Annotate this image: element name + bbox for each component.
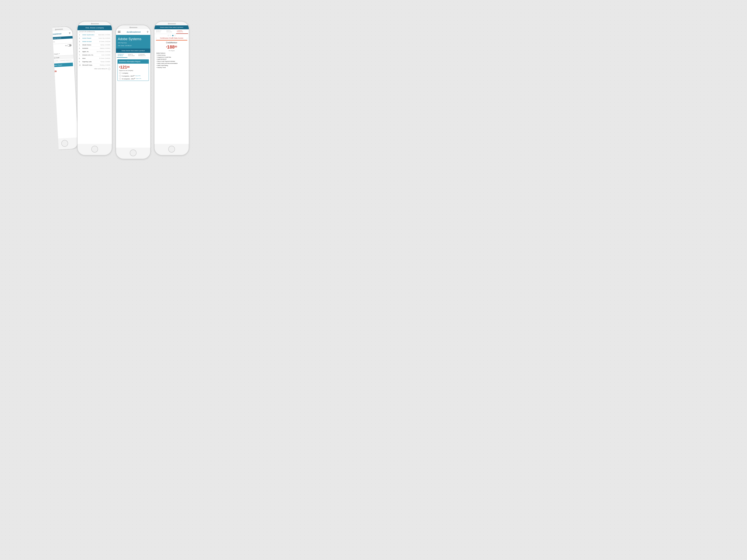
- result-location: Oakland, CA 94612: [100, 48, 110, 49]
- result-item[interactable]: 2. Adobe Reader Culver City, CA 90231: [77, 36, 112, 40]
- result-name: Microsoft Corps.: [82, 64, 99, 66]
- phone-4-tabs: PRODUCT DETAILS WHAT'S INCLUDED COMPARE …: [154, 29, 189, 34]
- search-icon-p3[interactable]: ⚲: [147, 31, 149, 33]
- compare-orange-bar: [156, 40, 187, 41]
- result-name: Adobe Systematics: [82, 34, 98, 36]
- result-item[interactable]: 9. Kapersky Labs Norwal, CA 90651: [77, 60, 112, 63]
- bullet: •: [156, 64, 157, 66]
- feature-text: Industry Trend: [157, 66, 166, 68]
- search-icon[interactable]: ⚲: [69, 32, 71, 34]
- option-5[interactable]: 5 companies – $22499 Save 27%: [119, 75, 147, 77]
- option-1[interactable]: 1 company: [119, 72, 147, 74]
- phone-2-home-button[interactable]: [91, 146, 98, 153]
- p1-product-card: s Information Report $ 21 99: [47, 62, 75, 74]
- result-location: Norwal, CA 90651: [101, 61, 110, 62]
- state-badge[interactable]: CA: [48, 49, 52, 52]
- phone-3: dun&bradstreet ⚲ Adobe Systems 345 Park …: [115, 25, 151, 159]
- result-item[interactable]: 8. Asus El Centro, CA 90231: [77, 57, 112, 60]
- bullet: •: [156, 58, 157, 60]
- tab-compare-products-p3[interactable]: COMPARE PRODUCTS: [138, 53, 149, 58]
- feature-text: Snapshot of Credit Risk: [157, 56, 171, 58]
- view-less-button[interactable]: VIEW LESS RESULTS +: [77, 67, 112, 71]
- result-location: San Francisco, CA 94105: [97, 51, 110, 52]
- phone-1-home-button[interactable]: [61, 140, 68, 147]
- result-location: Salinas, CA 93901: [101, 44, 110, 46]
- feature-item: • D&B Credit Limit Recommendation: [156, 62, 187, 64]
- result-number: 5.: [79, 47, 82, 49]
- p1-tab-compare[interactable]: COMPARE PRODUCTS: [59, 59, 72, 62]
- phone-3-top-bar: [116, 25, 150, 29]
- tab-product-details-p3[interactable]: PRODUCT DETAILS: [117, 53, 127, 58]
- phone-3-header: dun&bradstreet ⚲: [116, 29, 150, 35]
- phone-2-top-bar: [77, 22, 112, 25]
- result-item[interactable]: 4. Abode Homes Salinas, CA 93901: [77, 43, 112, 47]
- phone-3-logo: dun&bradstreet: [127, 31, 140, 33]
- result-number: 2.: [79, 37, 82, 39]
- toggle-switch[interactable]: [68, 44, 72, 47]
- p1-tabs: WHAT'S INCLUDED COMPARE PRODUCTS: [47, 58, 74, 63]
- phone-2-speaker: [92, 23, 99, 24]
- phone-4-bottom: [154, 144, 189, 155]
- result-name: Abode Homes: [82, 44, 100, 46]
- result-number: 7.: [79, 54, 82, 56]
- tab-whats-included-p4[interactable]: WHAT'S INCLUDED: [166, 29, 176, 34]
- features-list: • Online Access • Snapshot of Credit Ris…: [156, 54, 187, 69]
- result-location: Irvine, CA 92606: [101, 54, 110, 56]
- compare-product-name: Continuous Credit Data Access: [156, 37, 186, 39]
- result-name: Adobe Acrobat: [82, 41, 99, 43]
- result-item[interactable]: 3. Adobe Acrobat El Centro, CA 92244: [77, 40, 112, 43]
- phone-1-bottom: [51, 137, 78, 150]
- feature-text: D&B Credit Limit Recommendation: [157, 62, 178, 64]
- compare-title: CreditAdvisor: [154, 42, 189, 44]
- result-number: 9.: [79, 61, 82, 62]
- feature-item: • Risk of Late Payment Indicator: [156, 60, 187, 62]
- result-name: Adobe Reader: [82, 37, 98, 39]
- option-10[interactable]: 10 companies – $51499 Save 17%: [119, 78, 147, 80]
- bullet: •: [156, 62, 157, 64]
- product-card-body-p3: $12199 Report for one company 1 company …: [118, 64, 149, 81]
- state-dropdown-icon: ▾: [52, 50, 53, 51]
- tab-whats-included-p3[interactable]: WHAT'S INCLUDED: [127, 53, 138, 58]
- result-item[interactable]: 6. Apple, Inc. San Francisco, CA 94105: [77, 50, 112, 53]
- feature-item: • D&B Credit Rating: [156, 64, 187, 66]
- phone-1-camera: [55, 29, 56, 30]
- feature-item: • D&B PAYDEX®: [156, 58, 187, 60]
- results-count: (10 OUT OF 42 RESULTS): [77, 30, 112, 33]
- feature-item: • Online Access: [156, 54, 187, 56]
- company-name: Adobe Systems: [118, 37, 149, 41]
- price-label-p3: Report for one company: [119, 70, 147, 71]
- feature-item: • Snapshot of Credit Risk: [156, 56, 187, 58]
- bullet: •: [156, 54, 157, 56]
- bullet: •: [156, 60, 157, 62]
- phone-3-bottom: [116, 148, 150, 159]
- dot-2: [170, 35, 171, 36]
- phone-1-screen: dun&bradstreet ⚲ Business Credit Network…: [45, 30, 78, 139]
- result-name: Amazon.com, Inc.: [82, 54, 101, 56]
- result-location: Bakersfield, CA 93301: [98, 34, 110, 35]
- bullet: •: [156, 66, 157, 68]
- phone-4-screen: Great choice! Now select a product PRODU…: [154, 25, 189, 144]
- dot-1: [168, 35, 169, 36]
- phone-4-speaker: [169, 23, 176, 24]
- hamburger-icon[interactable]: [118, 31, 121, 33]
- result-item[interactable]: 5. Autodesk Oakland, CA 94612: [77, 47, 112, 50]
- feature-item: • Industry Trend: [156, 66, 187, 68]
- dot-3: [172, 35, 174, 36]
- result-item[interactable]: 7. Amazon.com, Inc. Irvine, CA 92606: [77, 53, 112, 57]
- p1-tab-included[interactable]: WHAT'S INCLUDED: [48, 59, 59, 62]
- phone-4: Great choice! Now select a product PRODU…: [154, 21, 189, 156]
- company-banner: Adobe Systems 345 Park Ave. San Jose, CA…: [116, 35, 150, 49]
- result-item[interactable]: 10. Microsoft Corps. Redding, CA 96049: [77, 63, 112, 67]
- result-location: El Centro, CA 90231: [99, 58, 110, 59]
- phone-3-home-button[interactable]: [130, 150, 136, 156]
- next-arrow[interactable]: ›: [187, 37, 187, 39]
- tab-compare-products-p4[interactable]: COMPARE PRODUCTS: [176, 29, 188, 34]
- compare-nav-row: ‹ Continuous Credit Data Access ›: [154, 37, 189, 39]
- phone-4-home-button[interactable]: [168, 146, 175, 153]
- added-features-label: Added features:: [156, 52, 187, 54]
- phone-3-speaker: [131, 27, 137, 28]
- company-address-2: San Jose, CA 95110: [118, 45, 149, 47]
- result-item[interactable]: 1. Adobe Systematics Bakersfield, CA 933…: [77, 33, 112, 36]
- result-number: 6.: [79, 51, 82, 52]
- tab-product-details-p4[interactable]: PRODUCT DETAILS: [155, 29, 166, 34]
